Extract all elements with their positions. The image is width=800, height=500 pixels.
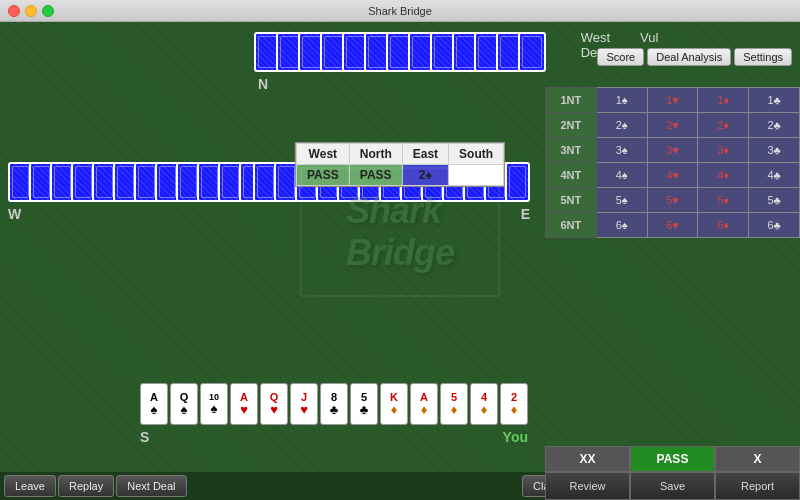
card-back (505, 162, 530, 202)
next-deal-button[interactable]: Next Deal (116, 475, 186, 497)
bid-1s[interactable]: 1♠ (596, 88, 647, 113)
card-10-spade[interactable]: 10♠ (200, 383, 228, 425)
bid-2s[interactable]: 2♠ (596, 113, 647, 138)
bid-header-west: West (296, 144, 349, 165)
bid-action-row: XX PASS X (545, 446, 800, 472)
game-area: Score Deal Analysis Settings West Vul De… (0, 22, 800, 500)
bid-1d[interactable]: 1♦ (698, 88, 749, 113)
card-a-spade[interactable]: A♠ (140, 383, 168, 425)
bid-4c[interactable]: 4♣ (749, 163, 800, 188)
card-8-club[interactable]: 8♣ (320, 383, 348, 425)
settings-button[interactable]: Settings (734, 48, 792, 66)
bid-3c[interactable]: 3♣ (749, 138, 800, 163)
bid-6d[interactable]: 6♦ (698, 213, 749, 238)
bid-6h[interactable]: 6♥ (647, 213, 698, 238)
card-5-club[interactable]: 5♣ (350, 383, 378, 425)
bid-3d[interactable]: 3♦ (698, 138, 749, 163)
north-label: N (258, 76, 546, 92)
leave-button[interactable]: Leave (4, 475, 56, 497)
bid-header-south: South (449, 144, 504, 165)
bid-1h[interactable]: 1♥ (647, 88, 698, 113)
replay-button[interactable]: Replay (58, 475, 114, 497)
window-title: Shark Bridge (368, 5, 432, 17)
title-bar: Shark Bridge (0, 0, 800, 22)
double-button[interactable]: X (715, 446, 800, 472)
west-dealer-label: West (581, 30, 610, 45)
bid-6s[interactable]: 6♠ (596, 213, 647, 238)
bid-6c[interactable]: 6♣ (749, 213, 800, 238)
south-you-label: You (503, 429, 528, 445)
west-hand-area: W (8, 162, 285, 222)
card-5-diamond[interactable]: 5♦ (440, 383, 468, 425)
card-back (518, 32, 546, 72)
review-row: Review Save Report (545, 472, 800, 500)
center-logo: SharkBridge (346, 190, 454, 274)
bid-level-5nt: 5NT (546, 188, 597, 213)
bid-2c[interactable]: 2♣ (749, 113, 800, 138)
traffic-lights (8, 5, 54, 17)
card-a-diamond[interactable]: A♦ (410, 383, 438, 425)
save-button[interactable]: Save (630, 472, 715, 500)
bid-4d[interactable]: 4♦ (698, 163, 749, 188)
card-2-diamond[interactable]: 2♦ (500, 383, 528, 425)
card-q-spade[interactable]: Q♠ (170, 383, 198, 425)
bid-level-3nt: 3NT (546, 138, 597, 163)
bid-level-4nt: 4NT (546, 163, 597, 188)
score-button[interactable]: Score (597, 48, 644, 66)
center-logo-area: SharkBridge (300, 167, 500, 297)
north-cards (254, 32, 546, 72)
bid-5h[interactable]: 5♥ (647, 188, 698, 213)
bid-3s[interactable]: 3♠ (596, 138, 647, 163)
vul-label: Vul (640, 30, 658, 45)
south-cards: A♠ Q♠ 10♠ A♥ Q♥ J♥ 8♣ 5♣ (140, 383, 528, 425)
bottom-left-buttons: Leave Replay Next Deal (0, 475, 187, 497)
double-double-button[interactable]: XX (545, 446, 630, 472)
bid-header-north: North (349, 144, 402, 165)
top-right-buttons: Score Deal Analysis Settings (597, 48, 792, 66)
west-label: W (8, 206, 285, 222)
west-cards (8, 162, 285, 202)
south-label: S (140, 429, 149, 445)
maximize-button[interactable] (42, 5, 54, 17)
bid-header-east: East (402, 144, 448, 165)
bid-5s[interactable]: 5♠ (596, 188, 647, 213)
bid-level-1nt: 1NT (546, 88, 597, 113)
minimize-button[interactable] (25, 5, 37, 17)
bottom-bar: Leave Replay Next Deal Claim Forward Hin… (0, 472, 800, 500)
pass-button[interactable]: PASS (630, 446, 715, 472)
card-k-diamond[interactable]: K♦ (380, 383, 408, 425)
bid-2h[interactable]: 2♥ (647, 113, 698, 138)
north-hand-area: N (254, 32, 546, 92)
card-4-diamond[interactable]: 4♦ (470, 383, 498, 425)
bid-level-2nt: 2NT (546, 113, 597, 138)
card-a-heart[interactable]: A♥ (230, 383, 258, 425)
bid-5c[interactable]: 5♣ (749, 188, 800, 213)
close-button[interactable] (8, 5, 20, 17)
bid-2d[interactable]: 2♦ (698, 113, 749, 138)
bid-5d[interactable]: 5♦ (698, 188, 749, 213)
bid-4s[interactable]: 4♠ (596, 163, 647, 188)
deal-analysis-button[interactable]: Deal Analysis (647, 48, 731, 66)
bid-1c[interactable]: 1♣ (749, 88, 800, 113)
card-j-heart[interactable]: J♥ (290, 383, 318, 425)
card-q-heart[interactable]: Q♥ (260, 383, 288, 425)
review-button[interactable]: Review (545, 472, 630, 500)
bid-level-6nt: 6NT (546, 213, 597, 238)
report-button[interactable]: Report (715, 472, 800, 500)
bid-3h[interactable]: 3♥ (647, 138, 698, 163)
south-hand-area: A♠ Q♠ 10♠ A♥ Q♥ J♥ 8♣ 5♣ (140, 383, 528, 445)
bid-4h[interactable]: 4♥ (647, 163, 698, 188)
bid-grid: 1NT 1♠ 1♥ 1♦ 1♣ 2NT 2♠ 2♥ 2♦ 2♣ 3NT 3♠ 3… (545, 87, 800, 238)
